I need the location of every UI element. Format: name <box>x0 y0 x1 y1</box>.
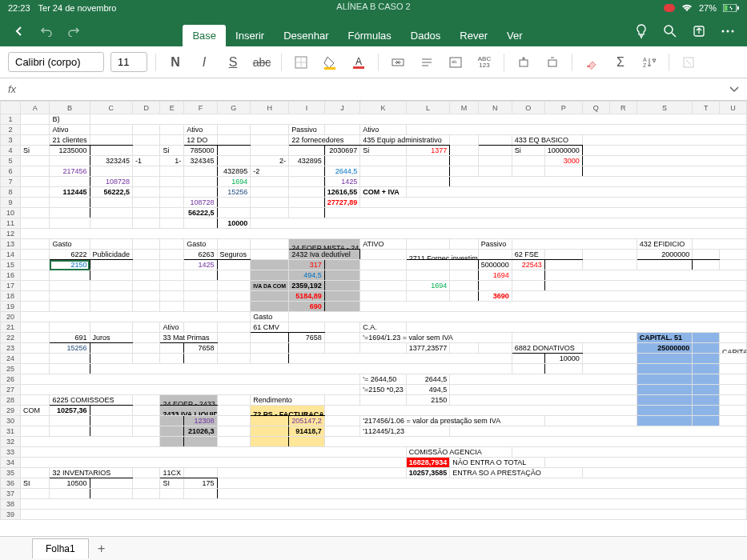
col-H[interactable]: H <box>251 102 289 114</box>
col-I[interactable]: I <box>289 102 325 114</box>
spreadsheet[interactable]: A B C D E F G H I J K L M N O P Q R S T … <box>0 101 747 536</box>
battery-icon <box>723 4 739 12</box>
wrap-icon[interactable]: ab <box>444 51 467 74</box>
sheet-tabs: Folha1 + <box>0 536 747 560</box>
tab-rever[interactable]: Rever <box>450 25 497 46</box>
search-icon[interactable] <box>662 23 678 39</box>
col-K[interactable]: K <box>360 102 407 114</box>
font-selector[interactable]: Calibri (corpo) <box>8 52 104 72</box>
align-icon[interactable] <box>416 51 438 74</box>
number-format-icon[interactable]: ABC123 <box>473 51 496 74</box>
col-U[interactable]: U <box>719 102 746 114</box>
svg-rect-23 <box>548 60 556 66</box>
formula-input[interactable] <box>22 84 723 95</box>
col-N[interactable]: N <box>478 102 512 114</box>
grid[interactable]: A B C D E F G H I J K L M N O P Q R S T … <box>0 101 747 520</box>
delete-cells-icon[interactable] <box>541 51 564 74</box>
col-S[interactable]: S <box>637 102 693 114</box>
more-icon[interactable] <box>720 23 736 39</box>
col-J[interactable]: J <box>324 102 360 114</box>
svg-point-5 <box>722 30 725 33</box>
fill-color-icon[interactable] <box>319 51 341 74</box>
bold-icon[interactable]: N <box>164 51 187 74</box>
col-G[interactable]: G <box>217 102 251 114</box>
col-R[interactable]: R <box>609 102 637 114</box>
tab-base[interactable]: Base <box>183 25 226 46</box>
clear-icon[interactable] <box>580 51 603 74</box>
svg-text:A: A <box>355 56 362 67</box>
svg-text:A: A <box>643 57 647 62</box>
col-C[interactable]: C <box>90 102 133 114</box>
underline-icon[interactable]: S <box>222 51 244 74</box>
svg-point-7 <box>732 30 734 33</box>
col-L[interactable]: L <box>406 102 450 114</box>
tab-desenhar[interactable]: Desenhar <box>274 25 338 46</box>
col-A[interactable]: A <box>20 102 50 114</box>
wifi-icon <box>681 4 693 12</box>
col-E[interactable]: E <box>160 102 184 114</box>
title-bar: ALÍNEA B CASO 2 Base Inserir Desenhar Fó… <box>0 16 747 46</box>
tab-inserir[interactable]: Inserir <box>226 25 274 46</box>
sort-filter-icon[interactable]: AZ <box>638 51 661 74</box>
column-headers: A B C D E F G H I J K L M N O P Q R S T … <box>1 102 747 114</box>
undo-icon[interactable] <box>38 23 54 39</box>
back-icon[interactable] <box>11 23 27 39</box>
col-F[interactable]: F <box>184 102 217 114</box>
strike-icon[interactable]: abc <box>251 51 273 74</box>
add-sheet-icon[interactable]: + <box>92 539 111 558</box>
svg-rect-11 <box>324 67 335 70</box>
svg-rect-1 <box>725 6 728 11</box>
battery-text: 27% <box>699 3 717 13</box>
borders-icon[interactable] <box>290 51 312 74</box>
col-O[interactable]: O <box>512 102 544 114</box>
document-title: ALÍNEA B CASO 2 <box>336 2 410 11</box>
selected-cell[interactable]: 2150 <box>50 260 90 270</box>
formula-bar: fx <box>0 78 747 101</box>
italic-icon[interactable]: I <box>193 51 215 74</box>
ribbon-tabs: Base Inserir Desenhar Fórmulas Dados Rev… <box>183 16 532 46</box>
font-size[interactable]: 11 <box>110 52 147 72</box>
svg-rect-20 <box>520 60 528 66</box>
redo-icon[interactable] <box>66 23 82 39</box>
fx-icon: fx <box>8 83 16 95</box>
autosum-icon[interactable]: Σ <box>609 51 632 74</box>
extra-icon[interactable] <box>677 51 700 74</box>
svg-text:ab: ab <box>452 59 457 64</box>
font-color-icon[interactable]: A <box>347 51 370 74</box>
status-time: 22:23 <box>8 3 30 13</box>
tab-dados[interactable]: Dados <box>401 25 451 46</box>
share-icon[interactable] <box>691 23 707 39</box>
svg-rect-13 <box>353 66 364 69</box>
col-D[interactable]: D <box>133 102 160 114</box>
status-date: Ter 24 de novembro <box>38 3 117 13</box>
tab-ver[interactable]: Ver <box>497 25 532 46</box>
col-T[interactable]: T <box>693 102 720 114</box>
svg-rect-2 <box>737 6 739 10</box>
formatting-toolbar: Calibri (corpo) 11 N I S abc A ab ABC123… <box>0 46 747 78</box>
tab-formulas[interactable]: Fórmulas <box>339 25 401 46</box>
svg-point-3 <box>665 26 673 34</box>
col-Q[interactable]: Q <box>582 102 609 114</box>
col-B[interactable]: B <box>50 102 90 114</box>
lightbulb-icon[interactable] <box>633 23 649 39</box>
chevron-down-icon[interactable] <box>729 86 739 93</box>
svg-text:Z: Z <box>643 62 647 68</box>
merge-icon[interactable] <box>387 51 409 74</box>
insert-cells-icon[interactable] <box>512 51 535 74</box>
col-M[interactable]: M <box>450 102 479 114</box>
sheet-tab-active[interactable]: Folha1 <box>32 538 89 558</box>
col-P[interactable]: P <box>544 102 582 114</box>
svg-point-6 <box>727 30 729 33</box>
recording-icon <box>664 4 675 12</box>
